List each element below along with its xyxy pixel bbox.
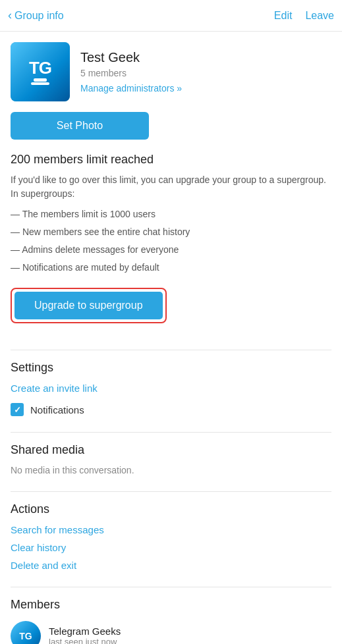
shared-media-title: Shared media [11, 443, 331, 457]
clear-history-link[interactable]: Clear history [11, 542, 331, 553]
header-title: Group info [14, 10, 64, 22]
header-actions: Edit Leave [274, 10, 334, 22]
notifications-checkbox[interactable] [11, 403, 24, 416]
profile-members: 5 members [80, 68, 331, 78]
avatar: TG [11, 42, 70, 101]
edit-button[interactable]: Edit [274, 10, 293, 22]
content: TG Test Geek 5 members Manage administra… [0, 32, 342, 644]
avatar-decoration-stand [34, 78, 47, 82]
list-item: The members limit is 1000 users [11, 207, 331, 221]
divider-1 [11, 350, 331, 350]
member-name: Telegram Geeks [49, 626, 121, 637]
member-info: Telegram Geeks last seen just now [49, 626, 121, 644]
member-avatar: TG [11, 621, 41, 644]
leave-button[interactable]: Leave [305, 10, 334, 22]
limit-desc: If you'd like to go over this limit, you… [11, 173, 331, 201]
profile-section: TG Test Geek 5 members Manage administra… [11, 42, 331, 101]
upgrade-btn-wrapper: Upgrade to supergroup [11, 288, 167, 323]
settings-title: Settings [11, 361, 331, 375]
divider-3 [11, 491, 331, 492]
back-button[interactable]: ‹ Group info [8, 9, 274, 22]
search-messages-link[interactable]: Search for messages [11, 524, 331, 535]
manage-admins-link[interactable]: Manage administrators » [80, 83, 182, 94]
member-row: TG Telegram Geeks last seen just now [11, 621, 331, 644]
avatar-decoration-base [31, 82, 49, 85]
list-item: Admins delete messages for everyone [11, 243, 331, 257]
notifications-label: Notifications [30, 404, 84, 416]
avatar-initials: TG [29, 59, 51, 76]
profile-info: Test Geek 5 members Manage administrator… [80, 50, 331, 94]
divider-2 [11, 432, 331, 433]
members-title: Members [11, 598, 331, 612]
actions-title: Actions [11, 502, 331, 516]
shared-media-section: Shared media No media in this conversati… [11, 443, 331, 475]
upgrade-button[interactable]: Upgrade to supergroup [14, 292, 163, 319]
create-invite-link[interactable]: Create an invite link [11, 383, 331, 394]
divider-4 [11, 587, 331, 587]
member-status: last seen just now [49, 637, 121, 644]
actions-section: Actions Search for messages Clear histor… [11, 502, 331, 571]
limit-list: The members limit is 1000 users New memb… [11, 207, 331, 275]
avatar-inner: TG [11, 42, 70, 101]
set-photo-button[interactable]: Set Photo [11, 112, 149, 140]
shared-media-desc: No media in this conversation. [11, 465, 331, 475]
limit-title: 200 members limit reached [11, 153, 331, 167]
profile-name: Test Geek [80, 50, 331, 65]
back-arrow-icon: ‹ [8, 9, 12, 22]
list-item: New members see the entire chat history [11, 225, 331, 239]
settings-section: Settings Create an invite link Notificat… [11, 361, 331, 416]
member-avatar-initials: TG [19, 631, 32, 641]
delete-exit-link[interactable]: Delete and exit [11, 560, 331, 571]
limit-section: 200 members limit reached If you'd like … [11, 153, 331, 275]
header: ‹ Group info Edit Leave [0, 0, 342, 32]
members-section: Members TG Telegram Geeks last seen just… [11, 598, 331, 644]
list-item: Notifications are muted by default [11, 261, 331, 275]
notifications-row: Notifications [11, 403, 331, 416]
